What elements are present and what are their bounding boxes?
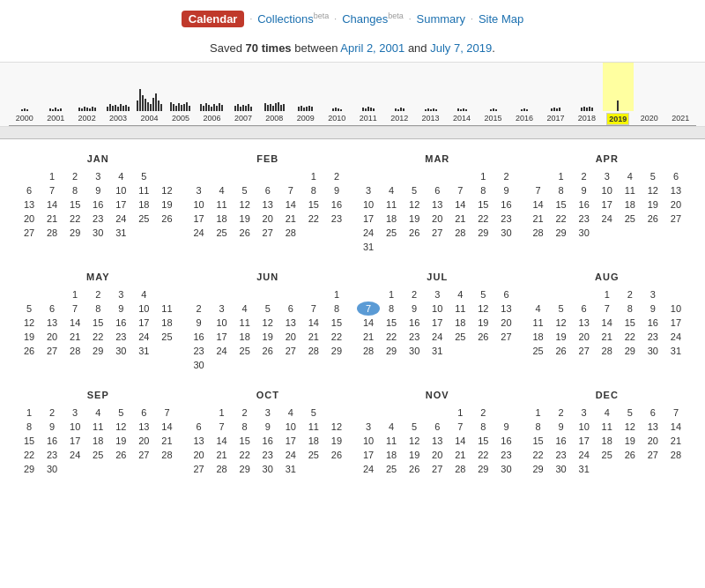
day-cell: 9 <box>109 301 132 316</box>
day-cell: 3 <box>188 183 211 197</box>
day-cell: 14 <box>357 316 380 330</box>
table-row: 1234567 <box>527 406 688 420</box>
month-apr: APR1234567891011121314151617181920212223… <box>527 153 688 254</box>
day-cell: 28 <box>664 448 687 462</box>
table-row: 28293031 <box>357 344 518 358</box>
day-cell <box>109 462 132 476</box>
nav-calendar[interactable]: Calendar <box>182 11 245 27</box>
day-cell: 5 <box>109 406 132 420</box>
year-segment-2015[interactable]: 2015 <box>478 63 508 125</box>
day-cell: 25 <box>619 212 642 226</box>
bar <box>583 107 585 111</box>
months-grid: JAN1234567891011121314151617181920212223… <box>18 153 687 476</box>
year-segment-2000[interactable]: 2000 <box>9 63 40 125</box>
year-segment-2018[interactable]: 2018 <box>571 63 602 125</box>
navigation: Calendar · Collectionsbeta · Changesbeta… <box>0 0 705 36</box>
year-segment-2011[interactable]: 2011 <box>352 63 383 125</box>
month-mar: MAR1234567891011121314151617181920212223… <box>357 153 518 254</box>
day-cell: 7 <box>596 301 619 316</box>
bar <box>617 100 619 111</box>
table-row: 12 <box>357 169 518 183</box>
bars-area-2009 <box>290 63 321 111</box>
bar <box>373 108 375 111</box>
nav-sitemap[interactable]: Site Map <box>479 12 523 26</box>
nav-changes[interactable]: Changesbeta <box>342 11 404 26</box>
day-cell: 22 <box>234 448 256 462</box>
bar <box>89 108 91 111</box>
date-end-link[interactable]: July 7, 2019 <box>430 41 492 55</box>
year-segment-2009[interactable]: 2009 <box>290 63 321 125</box>
month-sep: SEP1234567891011121314151617181920212223… <box>18 390 179 476</box>
day-cell <box>596 226 619 240</box>
day-cell: 21 <box>63 330 86 344</box>
table-row: 2930 <box>18 462 179 476</box>
year-segment-2021[interactable]: 2021 <box>665 63 696 125</box>
year-segment-2019[interactable]: 2019 <box>603 63 634 125</box>
day-cell: 22 <box>380 330 403 344</box>
year-segment-2001[interactable]: 2001 <box>40 63 70 125</box>
day-cell: 11 <box>527 316 550 330</box>
year-segment-2014[interactable]: 2014 <box>446 63 477 125</box>
year-segment-2016[interactable]: 2016 <box>508 63 539 125</box>
year-label-2006: 2006 <box>201 113 222 123</box>
year-segment-2008[interactable]: 2008 <box>259 63 290 125</box>
date-start-link[interactable]: April 2, 2001 <box>340 41 404 55</box>
bars-area-2000 <box>9 63 40 111</box>
day-cell: 13 <box>256 197 279 212</box>
day-cell: 24 <box>63 448 86 462</box>
year-segment-2013[interactable]: 2013 <box>415 63 446 125</box>
day-cell: 5 <box>132 169 155 183</box>
day-cell: 24 <box>357 226 380 240</box>
year-segment-2003[interactable]: 2003 <box>102 63 133 125</box>
bar <box>278 102 279 111</box>
day-cell: 20 <box>132 434 155 448</box>
day-cell: 15 <box>619 316 642 330</box>
table-row: 17181920212223 <box>357 212 518 226</box>
year-segment-2002[interactable]: 2002 <box>71 63 102 125</box>
day-cell: 5 <box>256 301 279 316</box>
day-cell <box>403 169 426 183</box>
year-segment-2007[interactable]: 2007 <box>227 63 258 125</box>
year-segment-2004[interactable]: 2004 <box>134 63 165 125</box>
bars-area-2006 <box>197 63 227 111</box>
bar <box>86 108 88 111</box>
day-cell: 29 <box>234 462 256 476</box>
bar <box>340 109 342 111</box>
year-segment-2017[interactable]: 2017 <box>540 63 571 125</box>
bar <box>78 108 80 111</box>
day-cell: 30 <box>642 344 664 358</box>
bar <box>213 104 215 111</box>
day-cell: 31 <box>573 462 596 476</box>
day-cell: 20 <box>279 330 302 344</box>
bar <box>283 104 285 111</box>
year-segment-2005[interactable]: 2005 <box>165 63 196 125</box>
bar <box>139 89 141 111</box>
day-cell: 27 <box>664 212 687 226</box>
bar <box>581 108 583 111</box>
year-segment-2010[interactable]: 2010 <box>322 63 352 125</box>
nav-collections[interactable]: Collectionsbeta <box>257 11 329 26</box>
day-cell: 17 <box>132 316 155 330</box>
calendar-section: JAN1234567891011121314151617181920212223… <box>0 139 705 490</box>
day-cell: 12 <box>403 197 426 212</box>
year-segment-2012[interactable]: 2012 <box>383 63 414 125</box>
day-cell: 9 <box>494 183 517 197</box>
day-cell: 20 <box>664 197 687 212</box>
day-cell <box>256 287 279 301</box>
year-segment-2020[interactable]: 2020 <box>634 63 664 125</box>
day-cell[interactable]: 7 <box>357 301 380 316</box>
collections-beta: beta <box>314 11 330 20</box>
bar <box>205 103 207 111</box>
day-cell <box>279 169 302 183</box>
day-cell: 19 <box>325 434 348 448</box>
bar <box>264 103 266 111</box>
bars-area-2021 <box>665 63 696 111</box>
bar <box>142 95 144 111</box>
day-cell: 14 <box>279 197 302 212</box>
bar <box>397 109 399 111</box>
bar <box>435 109 437 111</box>
year-segment-2006[interactable]: 2006 <box>197 63 227 125</box>
cal-table-jan: 1234567891011121314151617181920212223242… <box>18 169 179 240</box>
day-cell: 6 <box>664 169 687 183</box>
nav-summary[interactable]: Summary <box>416 12 465 26</box>
